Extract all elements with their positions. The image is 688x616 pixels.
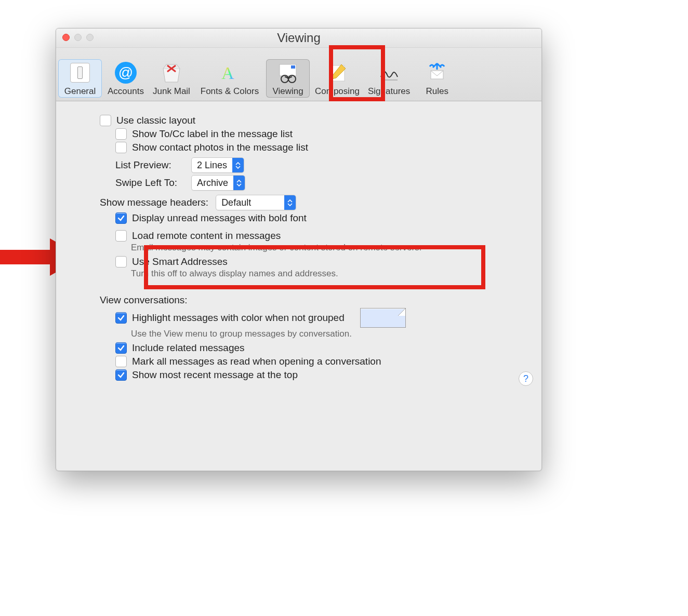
bold-unread-label: Display unread messages with bold font bbox=[132, 212, 307, 224]
preferences-window: Viewing General @ Accounts Junk Mail A bbox=[56, 28, 542, 471]
toolbar-tab-viewing[interactable]: Viewing bbox=[266, 59, 310, 98]
toolbar-tab-general[interactable]: General bbox=[58, 59, 102, 98]
classic-layout-checkbox[interactable] bbox=[100, 115, 111, 126]
toolbar-tab-junk-mail[interactable]: Junk Mail bbox=[150, 59, 193, 98]
toolbar-label: Composing bbox=[315, 86, 360, 97]
composing-icon bbox=[326, 61, 349, 84]
smart-addresses-sublabel: Turn this off to always display names an… bbox=[131, 269, 527, 279]
smart-addresses-checkbox[interactable] bbox=[115, 256, 127, 267]
toolbar-tab-rules[interactable]: Rules bbox=[415, 59, 459, 98]
toolbar-tab-fonts-colors[interactable]: A Fonts & Colors bbox=[195, 59, 264, 98]
view-conversations-header: View conversations: bbox=[100, 294, 188, 306]
toolbar-label: Fonts & Colors bbox=[201, 86, 259, 97]
toolbar-label: Viewing bbox=[272, 86, 303, 97]
headers-value: Default bbox=[221, 195, 284, 210]
swipe-left-select[interactable]: Archive bbox=[191, 175, 245, 191]
bold-unread-checkbox[interactable] bbox=[115, 212, 127, 224]
mark-all-read-checkbox[interactable] bbox=[115, 356, 127, 367]
include-related-checkbox[interactable] bbox=[115, 342, 127, 354]
titlebar: Viewing bbox=[56, 29, 541, 48]
svg-rect-5 bbox=[291, 65, 295, 69]
viewing-pane: Use classic layout Show To/Cc label in t… bbox=[56, 101, 541, 393]
smart-addresses-label: Use Smart Addresses bbox=[132, 256, 228, 267]
classic-layout-label: Use classic layout bbox=[116, 115, 195, 126]
minimize-window-button[interactable] bbox=[74, 34, 82, 41]
swipe-left-label: Swipe Left To: bbox=[115, 177, 186, 189]
load-remote-content-checkbox[interactable] bbox=[115, 230, 127, 242]
recent-top-checkbox[interactable] bbox=[115, 369, 127, 381]
window-controls bbox=[62, 34, 94, 41]
show-contact-photos-label: Show contact photos in the message list bbox=[132, 142, 308, 153]
list-preview-select[interactable]: 2 Lines bbox=[191, 157, 244, 173]
fonts-colors-icon: A bbox=[218, 61, 241, 84]
viewing-icon bbox=[276, 61, 299, 84]
junk-mail-icon bbox=[160, 61, 183, 84]
highlight-color-well[interactable] bbox=[360, 308, 406, 328]
select-stepper-icon bbox=[233, 176, 245, 190]
toolbar-label: Rules bbox=[426, 86, 448, 97]
highlight-color-sublabel: Use the View menu to group messages by c… bbox=[131, 329, 527, 339]
swipe-left-value: Archive bbox=[197, 176, 233, 190]
highlight-color-label: Highlight messages with color when not g… bbox=[132, 312, 345, 324]
load-remote-content-label: Load remote content in messages bbox=[132, 230, 281, 242]
list-preview-label: List Preview: bbox=[115, 159, 186, 171]
zoom-window-button[interactable] bbox=[86, 34, 94, 41]
select-stepper-icon bbox=[284, 195, 296, 210]
headers-label: Show message headers: bbox=[100, 197, 208, 208]
toolbar-label: General bbox=[64, 86, 96, 97]
load-remote-content-sublabel: Email messages may contain images or con… bbox=[131, 243, 527, 253]
svg-text:A: A bbox=[221, 63, 234, 83]
toolbar-tab-signatures[interactable]: Signatures bbox=[365, 59, 413, 98]
toolbar-label: Accounts bbox=[108, 86, 144, 97]
toolbar-tab-accounts[interactable]: @ Accounts bbox=[104, 59, 148, 98]
show-tocc-checkbox[interactable] bbox=[115, 128, 127, 140]
toolbar-label: Signatures bbox=[368, 86, 410, 97]
highlight-color-checkbox[interactable] bbox=[115, 312, 127, 324]
close-window-button[interactable] bbox=[62, 34, 70, 41]
include-related-label: Include related messages bbox=[132, 342, 245, 354]
rules-icon bbox=[426, 61, 448, 84]
window-title: Viewing bbox=[277, 31, 321, 45]
general-icon bbox=[69, 61, 91, 84]
show-tocc-label: Show To/Cc label in the message list bbox=[132, 128, 293, 140]
help-button[interactable]: ? bbox=[519, 371, 533, 386]
preferences-toolbar: General @ Accounts Junk Mail A Fonts & C… bbox=[56, 48, 541, 101]
headers-select[interactable]: Default bbox=[216, 195, 296, 210]
toolbar-tab-composing[interactable]: Composing bbox=[312, 59, 363, 98]
recent-top-label: Show most recent message at the top bbox=[132, 369, 298, 381]
accounts-icon: @ bbox=[114, 61, 137, 84]
toolbar-label: Junk Mail bbox=[153, 86, 190, 97]
list-preview-value: 2 Lines bbox=[197, 158, 232, 172]
select-stepper-icon bbox=[232, 158, 244, 172]
mark-all-read-label: Mark all messages as read when opening a… bbox=[132, 356, 381, 367]
signatures-icon bbox=[378, 61, 401, 84]
show-contact-photos-checkbox[interactable] bbox=[115, 142, 127, 153]
